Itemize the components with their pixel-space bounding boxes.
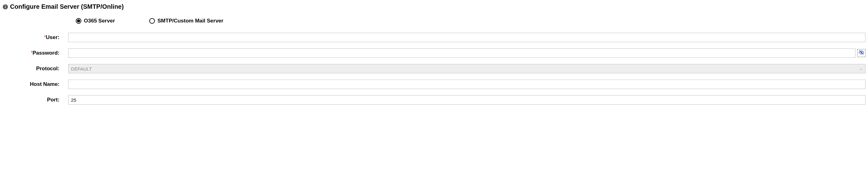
row-password: *Password:	[2, 48, 866, 58]
row-user: *User:	[2, 33, 866, 42]
password-input[interactable]	[68, 48, 856, 58]
radio-smtp-custom[interactable]: SMTP/Custom Mail Server	[149, 18, 223, 24]
label-host-name: Host Name:	[2, 81, 68, 87]
eye-slash-icon	[859, 50, 864, 56]
section-header: Configure Email Server (SMTP/Online)	[2, 3, 866, 10]
chevron-down-icon	[859, 67, 863, 71]
row-protocol: Protocol: DEFAULT	[2, 64, 866, 73]
radio-o365-server[interactable]: O365 Server	[76, 18, 115, 24]
label-user: *User:	[2, 34, 68, 41]
svg-point-2	[5, 5, 6, 6]
section-title: Configure Email Server (SMTP/Online)	[10, 3, 124, 10]
label-protocol: Protocol:	[2, 66, 68, 72]
radio-smtp-label: SMTP/Custom Mail Server	[157, 18, 223, 24]
user-input[interactable]	[68, 33, 866, 42]
protocol-select[interactable]: DEFAULT	[68, 64, 866, 73]
svg-rect-1	[5, 6, 6, 8]
server-type-radiogroup: O365 Server SMTP/Custom Mail Server	[76, 18, 866, 24]
port-input[interactable]	[68, 95, 866, 105]
radio-o365-label: O365 Server	[84, 18, 115, 24]
label-port: Port:	[2, 97, 68, 103]
protocol-value: DEFAULT	[71, 66, 92, 72]
toggle-password-visibility-button[interactable]	[857, 49, 866, 57]
info-icon	[2, 4, 8, 10]
row-host-name: Host Name:	[2, 80, 866, 89]
radio-selected-icon	[76, 18, 81, 24]
label-password: *Password:	[2, 50, 68, 56]
host-name-input[interactable]	[68, 80, 866, 89]
radio-unselected-icon	[149, 18, 155, 24]
row-port: Port:	[2, 95, 866, 105]
